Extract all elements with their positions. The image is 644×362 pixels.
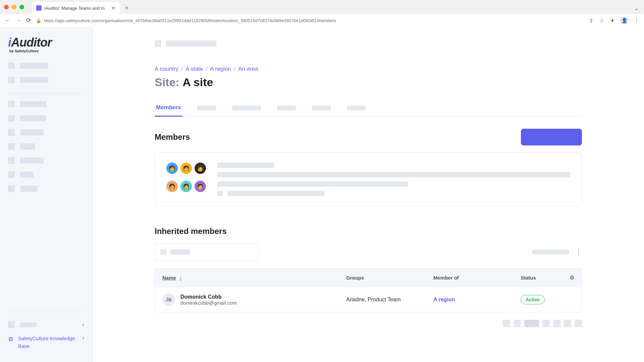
logo: iAuditor by SafetyCulture — [8, 36, 84, 53]
sidebar-item[interactable] — [8, 115, 84, 122]
tab-title: iAuditor: Manage Teams and In — [44, 6, 109, 11]
url-text: https://app.safetyculture.com/organisati… — [44, 18, 336, 23]
sidebar-item[interactable] — [8, 62, 84, 69]
window-controls — [4, 5, 24, 9]
tab-placeholder[interactable] — [196, 100, 217, 116]
reload-button[interactable]: ⟳ — [26, 17, 31, 24]
breadcrumb-placeholder — [155, 40, 582, 47]
lock-icon: 🔒 — [36, 18, 41, 23]
breadcrumb-link[interactable]: A state — [185, 66, 203, 72]
close-tab-button[interactable]: ✕ — [111, 5, 115, 11]
filter-placeholder[interactable] — [532, 250, 569, 254]
sidebar-item[interactable] — [8, 101, 84, 108]
avatar: 🧑 — [166, 163, 178, 174]
tab-placeholder[interactable] — [276, 100, 297, 116]
inherited-heading: Inherited members — [155, 227, 582, 236]
members-summary-card: 🧑 🧑 🧑 🧑 🧑 🧑 — [155, 152, 582, 206]
page-button[interactable] — [542, 320, 550, 327]
favicon — [36, 5, 42, 11]
breadcrumb-link[interactable]: A region — [210, 66, 231, 72]
sort-asc-icon: ↑ — [179, 275, 182, 281]
extensions-icon[interactable]: ✦ — [610, 17, 614, 24]
sidebar-item[interactable] — [8, 143, 84, 150]
sidebar-item[interactable] — [8, 76, 84, 83]
minimize-window-button[interactable] — [12, 5, 16, 9]
page-button[interactable] — [503, 320, 510, 327]
avatar: 🧑 — [195, 163, 206, 174]
page-button[interactable] — [553, 320, 560, 327]
column-name[interactable]: Name ↑ — [162, 275, 346, 281]
page-title: Site: A site — [155, 76, 582, 89]
sidebar-item[interactable] — [8, 171, 84, 178]
column-status[interactable]: Status — [521, 275, 536, 281]
main-content: A country / A state / A region / An area… — [93, 27, 644, 362]
chevron-right-icon: › — [83, 322, 84, 328]
avatar: 🧑 — [180, 181, 192, 192]
tab-placeholder[interactable] — [231, 100, 262, 116]
forward-button[interactable]: → — [15, 17, 21, 24]
gear-icon: ⚙ — [8, 336, 13, 343]
browser-tab[interactable]: iAuditor: Manage Teams and In ✕ — [32, 2, 119, 14]
column-groups[interactable]: Groups — [346, 275, 433, 281]
avatar: 🧑 — [180, 163, 192, 174]
knowledge-base-label: SafetyCulture Knowledge Base — [18, 335, 78, 350]
member-of-link[interactable]: A region — [433, 297, 521, 303]
tabs: Members — [155, 100, 582, 117]
search-icon — [160, 249, 166, 255]
knowledge-base-link[interactable]: ⚙ SafetyCulture Knowledge Base › — [8, 331, 84, 353]
column-member-of[interactable]: Member of — [433, 275, 521, 281]
sidebar-item[interactable] — [8, 129, 84, 136]
avatar: JB — [162, 293, 175, 306]
sidebar-item[interactable] — [8, 185, 84, 192]
tab-list-button[interactable]: ⌄ — [634, 5, 639, 11]
sidebar-footer-item[interactable]: › — [8, 318, 84, 331]
maximize-window-button[interactable] — [19, 5, 24, 9]
breadcrumb-link[interactable]: A country — [155, 66, 178, 72]
avatar: 🧑 — [166, 181, 178, 192]
pagination — [155, 320, 582, 327]
table-row[interactable]: JB Domonick Cobb dominikcobb@gmail.com A… — [155, 287, 582, 312]
chevron-right-icon: › — [83, 335, 84, 341]
profile-button[interactable]: 👤 — [621, 17, 628, 24]
close-window-button[interactable] — [4, 5, 9, 9]
more-icon[interactable]: ⋮ — [634, 17, 639, 24]
tab-placeholder[interactable] — [345, 100, 367, 116]
members-heading: Members — [155, 132, 190, 142]
share-icon[interactable]: ⇪ — [589, 17, 593, 24]
breadcrumb-link[interactable]: An area — [238, 66, 258, 72]
tab-members[interactable]: Members — [155, 100, 182, 116]
browser-chrome: iAuditor: Manage Teams and In ✕ + ⌄ ← → … — [0, 0, 644, 27]
breadcrumb: A country / A state / A region / An area — [155, 66, 582, 72]
member-email: dominikcobb@gmail.com — [180, 300, 237, 306]
more-icon[interactable]: ⋮ — [575, 248, 582, 256]
member-groups: Ariadne, Product Team — [346, 297, 433, 303]
page-button[interactable] — [575, 320, 582, 327]
sidebar-item[interactable] — [8, 157, 84, 164]
back-button[interactable]: ← — [5, 17, 11, 24]
avatar: 🧑 — [195, 181, 206, 192]
gear-icon[interactable]: ⚙ — [570, 275, 574, 281]
bookmark-icon[interactable]: ☆ — [599, 17, 604, 24]
new-tab-button[interactable]: + — [122, 3, 131, 13]
page-button[interactable] — [514, 320, 521, 327]
status-badge: Active — [521, 295, 545, 304]
search-input[interactable] — [155, 243, 259, 261]
sidebar: iAuditor by SafetyCulture › ⚙ SafetyCult… — [0, 27, 93, 362]
tab-placeholder[interactable] — [311, 100, 332, 116]
address-bar[interactable]: 🔒 https://app.safetyculture.com/organisa… — [36, 18, 584, 23]
avatar-cluster: 🧑 🧑 🧑 🧑 🧑 🧑 — [166, 163, 206, 196]
page-button[interactable] — [564, 320, 571, 327]
add-member-button[interactable] — [521, 129, 582, 145]
table-header: Name ↑ Groups Member of Status ⚙ — [155, 268, 582, 287]
member-name: Domonick Cobb — [180, 294, 237, 300]
inherited-members-table: Name ↑ Groups Member of Status ⚙ JB Domo… — [155, 268, 582, 312]
page-button[interactable] — [524, 320, 539, 327]
